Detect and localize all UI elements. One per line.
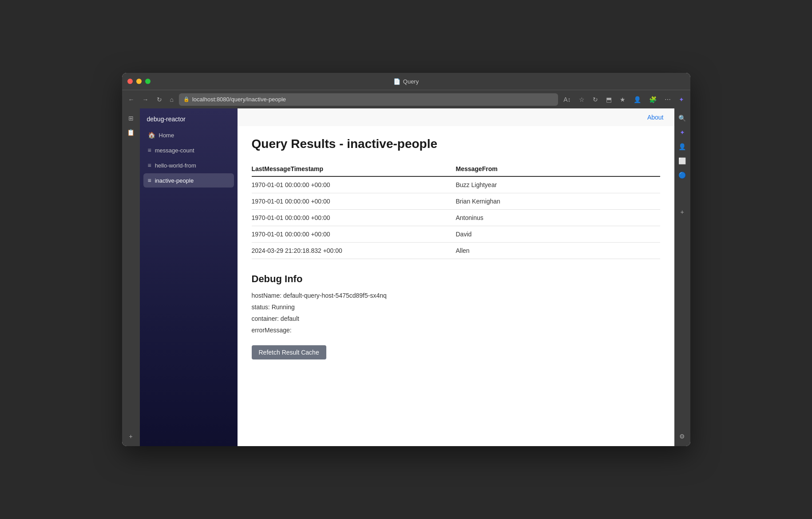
cell-timestamp: 2024-03-29 21:20:18.832 +00:00: [252, 243, 456, 259]
debug-hostname: hostName: default-query-host-5475cd89f5-…: [252, 292, 660, 299]
url-text: localhost:8080/query/inactive-people: [192, 96, 286, 103]
sidebar-item-home[interactable]: 🏠 Home: [143, 128, 234, 142]
refetch-button[interactable]: Refetch Result Cache: [252, 345, 326, 359]
settings-icon[interactable]: ⚙: [676, 430, 689, 443]
profile-button[interactable]: 👤: [631, 94, 644, 105]
cell-from: Allen: [456, 243, 660, 259]
right-icon-4[interactable]: ⬜: [676, 155, 689, 167]
cell-from: Antoninus: [456, 210, 660, 226]
add-sidebar-icon[interactable]: +: [125, 430, 137, 443]
browser-sidebar-icons: ⊞ 📋 +: [122, 108, 140, 446]
toolbar-right: A↕ ☆ ↻ ⬒ ★ 👤 🧩 ⋯ ✦: [561, 94, 686, 105]
toolbar: ← → ↻ ⌂ 🔒 localhost:8080/query/inactive-…: [122, 90, 690, 108]
sidebar-item-home-label: Home: [159, 132, 174, 139]
copilot-button[interactable]: ✦: [676, 94, 687, 105]
minimize-button[interactable]: [136, 79, 142, 84]
debug-title: Debug Info: [252, 273, 660, 285]
main-content: About Query Results - inactive-people La…: [238, 108, 674, 446]
close-button[interactable]: [127, 79, 133, 84]
home-icon: 🏠: [148, 132, 155, 139]
app-sidebar: debug-reactor 🏠 Home ≡ message-count ≡ h…: [140, 108, 238, 446]
debug-container: container: default: [252, 315, 660, 322]
right-icon-2[interactable]: ✦: [676, 126, 689, 139]
table-row: 1970-01-01 00:00:00 +00:00Antoninus: [252, 210, 660, 226]
cell-timestamp: 1970-01-01 00:00:00 +00:00: [252, 193, 456, 210]
sidebar-item-hello-world-from[interactable]: ≡ hello-world-from: [143, 158, 234, 172]
debug-error-message: errorMessage:: [252, 327, 660, 334]
debug-status: status: Running: [252, 303, 660, 311]
browser-content: ⊞ 📋 + debug-reactor 🏠 Home ≡ message-cou…: [122, 108, 690, 446]
sidebar-item-message-count-label: message-count: [155, 147, 194, 154]
cell-from: Buzz Lightyear: [456, 176, 660, 193]
extensions-button[interactable]: 🧩: [646, 94, 659, 105]
sidebar-item-inactive-people[interactable]: ≡ inactive-people: [143, 173, 234, 188]
refresh-tab-button[interactable]: ↻: [590, 94, 601, 105]
app-name: debug-reactor: [140, 108, 238, 126]
page-title: Query Results - inactive-people: [252, 137, 660, 151]
table-row: 1970-01-01 00:00:00 +00:00Buzz Lightyear: [252, 176, 660, 193]
table-row: 2024-03-29 21:20:18.832 +00:00Allen: [252, 243, 660, 259]
results-table: LastMessageTimestamp MessageFrom 1970-01…: [252, 162, 660, 259]
main-body: Query Results - inactive-people LastMess…: [238, 126, 674, 370]
split-button[interactable]: ⬒: [603, 94, 614, 105]
sidebar-item-hello-world-from-label: hello-world-from: [155, 162, 196, 169]
right-icon-5[interactable]: 🔵: [676, 169, 689, 181]
star-button[interactable]: ☆: [576, 94, 587, 105]
cell-timestamp: 1970-01-01 00:00:00 +00:00: [252, 176, 456, 193]
about-link[interactable]: About: [647, 114, 664, 121]
cell-from: David: [456, 226, 660, 243]
right-icon-3[interactable]: 👤: [676, 140, 689, 153]
address-bar[interactable]: 🔒 localhost:8080/query/inactive-people: [179, 93, 558, 106]
translate-button[interactable]: A↕: [561, 94, 573, 105]
cell-timestamp: 1970-01-01 00:00:00 +00:00: [252, 226, 456, 243]
back-button[interactable]: ←: [126, 94, 137, 105]
table-row: 1970-01-01 00:00:00 +00:00David: [252, 226, 660, 243]
sidebar-toggle-icon[interactable]: 📋: [125, 126, 137, 139]
home-button[interactable]: ⌂: [167, 94, 176, 105]
table-icon-1: ≡: [148, 147, 151, 154]
more-button[interactable]: ⋯: [662, 94, 673, 105]
title-bar: 📄 Query: [122, 73, 690, 90]
sidebar-item-message-count[interactable]: ≡ message-count: [143, 143, 234, 157]
maximize-button[interactable]: [145, 79, 151, 84]
col-header-from: MessageFrom: [456, 162, 660, 176]
lock-icon: 🔒: [183, 96, 190, 102]
refresh-button[interactable]: ↻: [154, 94, 165, 105]
table-icon-3: ≡: [148, 177, 151, 184]
app-nav: 🏠 Home ≡ message-count ≡ hello-world-fro…: [140, 126, 238, 189]
sidebar-item-inactive-people-label: inactive-people: [155, 177, 194, 184]
favorites-button[interactable]: ★: [617, 94, 628, 105]
table-icon-2: ≡: [148, 162, 151, 169]
forward-button[interactable]: →: [140, 94, 151, 105]
col-header-timestamp: LastMessageTimestamp: [252, 162, 456, 176]
traffic-lights: [127, 79, 151, 84]
cell-timestamp: 1970-01-01 00:00:00 +00:00: [252, 210, 456, 226]
window-title: 📄 Query: [393, 78, 419, 85]
page-icon: 📄: [393, 78, 400, 85]
tabs-icon[interactable]: ⊞: [125, 112, 137, 124]
table-row: 1970-01-01 00:00:00 +00:00Brian Kernigha…: [252, 193, 660, 210]
add-icon[interactable]: +: [676, 206, 689, 218]
cell-from: Brian Kernighan: [456, 193, 660, 210]
search-icon[interactable]: 🔍: [676, 112, 689, 124]
debug-section: Debug Info hostName: default-query-host-…: [252, 273, 660, 359]
main-header: About: [238, 108, 674, 126]
right-sidebar-icons: 🔍 ✦ 👤 ⬜ 🔵 + ⚙: [674, 108, 690, 446]
